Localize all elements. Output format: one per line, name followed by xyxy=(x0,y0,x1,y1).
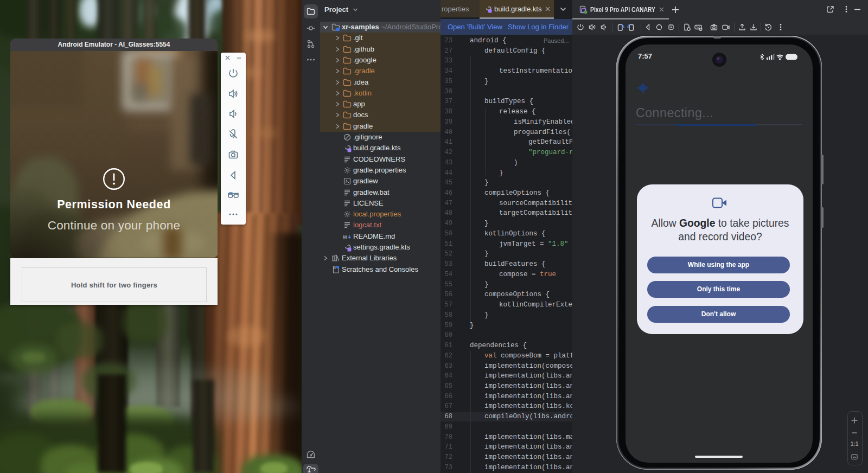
svg-text:M: M xyxy=(343,234,347,239)
